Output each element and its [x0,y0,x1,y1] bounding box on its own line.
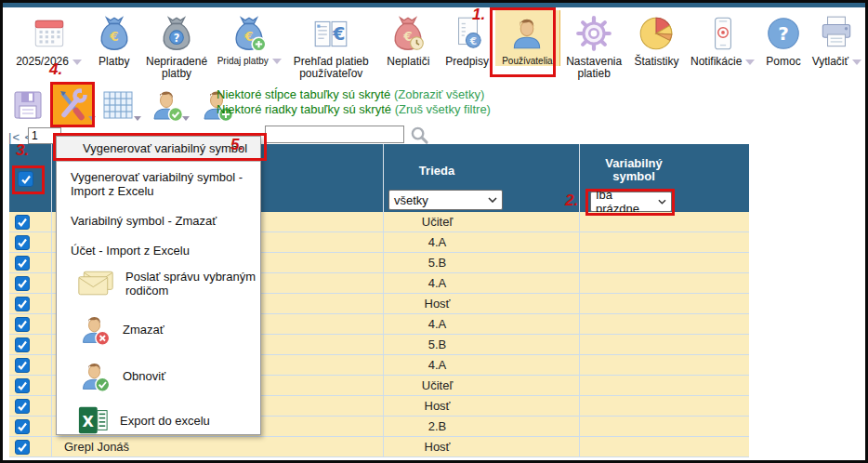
gear-icon [574,12,613,55]
menu-item-vygenerovat-vs[interactable]: Vygenerovať variabilný symbol [57,137,260,162]
row-trieda: 4.A [383,314,579,334]
moneybag-overdue-icon [388,12,427,55]
phone-icon [704,12,743,55]
chevron-down-icon [134,116,141,121]
moneybag-question-icon: ? [157,12,196,55]
row-variabilny-symbol [579,314,749,334]
search-icon[interactable] [410,126,429,145]
toolbar-item-pomoc[interactable]: ? Pomoc [760,10,806,68]
toolbar-item-predpisy[interactable]: € Predpisy [441,10,493,68]
tools-icon [54,86,91,124]
row-checkbox[interactable] [15,419,30,434]
row-checkbox[interactable] [15,399,30,414]
user-check-icon [148,86,185,124]
first-page-button[interactable]: |< [8,130,20,144]
save-button[interactable] [8,85,47,125]
row-checkbox[interactable] [15,358,30,373]
row-name: Grepl Jonáš [51,437,383,456]
trieda-filter-select[interactable]: všetky [388,190,503,210]
row-variabilny-symbol [579,335,749,354]
row-checkbox[interactable] [15,297,30,311]
excel-icon: X [77,404,109,436]
row-trieda: 4.A [383,232,579,252]
toolbar-item-nepriradene-platby[interactable]: ? Nepriradené platby [140,10,212,80]
menu-item-obnovit[interactable]: Obnoviť [57,359,260,393]
main-toolbar: 2025/2026 Platby ? Nepriradené platby Pr… [3,7,865,86]
app-window: € 2025/2026 Platby ? [0,0,868,463]
toolbar-item-platby[interactable]: Platby [89,10,138,68]
moneybag-add-icon [230,12,269,55]
user-delete-icon [77,312,112,347]
table-grid-icon [99,86,137,124]
chevron-down-icon [745,60,755,65]
toolbar-item-statistiky[interactable]: Štatistiky [628,10,685,68]
pie-chart-icon [637,12,676,55]
row-trieda: 4.A [383,273,579,293]
user-restore-icon [77,359,112,393]
svg-text:€: € [333,23,346,44]
chevron-down-icon [72,60,82,65]
toolbar-item-nastavenia-platieb[interactable]: Nastavenia platieb [562,10,626,80]
chevron-down-icon [88,116,96,121]
toolbar-item-notifikacie[interactable]: Notifikácie [687,10,758,68]
book-euro-icon: € [311,12,350,55]
menu-item-ucet-import[interactable]: Účet - Import z Excelu [57,244,260,258]
toolbar-item-neplatici[interactable]: Neplatiči [378,10,439,68]
toolbar-item-vytlacit[interactable]: Vytlačiť [809,10,865,68]
row-checkbox[interactable] [15,256,30,271]
row-variabilny-symbol [579,273,749,293]
chevron-down-icon [658,199,666,205]
menu-item-vygenerovat-vs-import[interactable]: Vygenerovať variabilný symbol - Import z… [57,170,247,198]
calendar-icon [30,12,69,55]
row-variabilny-symbol [579,396,749,416]
row-variabilny-symbol [579,355,749,375]
toolbar-item-pridaj-platby[interactable]: Pridaj platby [215,10,284,66]
menu-item-zmazat[interactable]: Zmazať [57,312,260,347]
row-checkbox[interactable] [15,276,30,291]
hidden-rows-text: Niektoré riadky tabuľky sú skryté [217,102,391,116]
table-notices: Niektoré stĺpce tabuľky sú skryté (Zobra… [217,87,491,117]
row-checkbox[interactable] [15,440,30,455]
hidden-columns-text: Niektoré stĺpce tabuľky sú skryté [217,87,390,101]
menu-item-vs-zmazat[interactable]: Variabilný symbol - Zmazať [57,214,260,228]
row-checkbox[interactable] [15,317,30,332]
row-variabilny-symbol [579,376,749,395]
chevron-down-icon [488,197,497,203]
select-all-checkbox[interactable] [18,171,33,187]
row-trieda: 5.B [383,253,579,272]
row-variabilny-symbol [579,253,749,272]
row-checkbox[interactable] [15,378,30,393]
svg-text:?: ? [174,32,180,45]
variabilny-symbol-filter-select[interactable]: Iba prázdne [590,192,672,212]
row-trieda: Hosť [383,437,579,456]
row-variabilny-symbol [579,437,749,456]
user-status-button[interactable] [147,85,186,125]
row-trieda: Hosť [383,396,579,416]
row-trieda: Hosť [383,294,579,313]
menu-item-poslat-spravu[interactable]: Poslať správu vybraným rodičom [57,270,260,298]
row-checkbox[interactable] [15,215,30,230]
svg-text:€: € [468,35,476,46]
table-row[interactable]: Grepl Jonáš Hosť [9,437,749,457]
column-header-trieda[interactable]: Trieda [383,165,579,178]
menu-item-export-excel[interactable]: X Export do excelu [57,404,260,436]
toolbar-item-pouzivatelia[interactable]: Používatelia [495,10,559,66]
show-all-columns-link[interactable]: (Zobraziť všetky) [394,87,484,101]
help-icon: ? [764,12,803,55]
column-header-variabilny-symbol[interactable]: Variabilný symbol [579,157,749,183]
row-variabilny-symbol [579,232,749,252]
row-trieda: 5.B [383,335,579,354]
toolbar-item-prehlad-platieb[interactable]: € Prehľad platieb používateľov [286,10,376,80]
chevron-down-icon [852,60,861,65]
svg-text:X: X [83,413,95,430]
columns-button[interactable] [99,85,138,125]
row-checkbox[interactable] [15,337,30,352]
tools-dropdown-menu: Vygenerovať variabilný symbol Vygenerova… [56,136,261,435]
tools-menu-button[interactable] [53,85,92,125]
moneybag-icon [95,12,134,55]
floppy-icon [9,86,46,124]
row-checkbox[interactable] [15,235,30,250]
toolbar-item-school-year[interactable]: 2025/2026 [10,10,87,68]
search-input[interactable] [265,126,404,143]
clear-filters-link[interactable]: (Zruš všetky filtre) [395,102,491,116]
